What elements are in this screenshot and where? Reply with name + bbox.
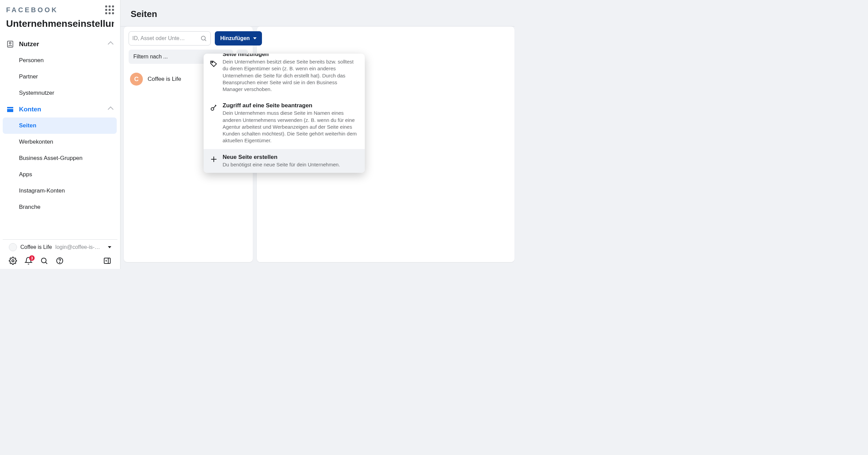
dropdown-option-add-page[interactable]: Seite hinzufügen Dein Unternehmen besitz… xyxy=(204,54,365,97)
help-icon[interactable] xyxy=(56,257,64,265)
settings-icon[interactable] xyxy=(9,257,17,265)
add-button[interactable]: Hinzufügen xyxy=(215,31,262,46)
chevron-down-icon xyxy=(108,246,111,248)
page-section-title: Unternehmenseinstellung xyxy=(6,18,114,29)
add-dropdown: Seite hinzufügen Dein Unternehmen besitz… xyxy=(204,54,365,173)
key-icon xyxy=(210,104,218,112)
asset-search[interactable] xyxy=(129,31,211,46)
notifications-icon[interactable]: 3 xyxy=(24,257,33,265)
sidebar: FACEBOOK Unternehmenseinstellung Nutzer … xyxy=(0,0,120,269)
asset-search-input[interactable] xyxy=(132,35,200,41)
nav-group-users[interactable]: Nutzer xyxy=(0,36,120,52)
facebook-brand: FACEBOOK xyxy=(6,6,58,14)
search-icon[interactable] xyxy=(40,257,48,265)
add-button-label: Hinzufügen xyxy=(220,35,250,41)
svg-point-5 xyxy=(41,258,46,263)
nav-item-personen[interactable]: Personen xyxy=(19,52,120,69)
plus-icon xyxy=(210,155,218,163)
users-icon xyxy=(6,40,14,48)
nav-item-branche[interactable]: Branche xyxy=(19,199,120,215)
dropdown-option-desc: Du benötigst eine neue Seite für dein Un… xyxy=(223,161,359,168)
nav-item-partner[interactable]: Partner xyxy=(19,69,120,85)
svg-rect-2 xyxy=(7,107,13,108)
dropdown-option-title: Neue Seite erstellen xyxy=(223,154,359,161)
business-avatar xyxy=(9,243,17,251)
collapse-sidebar-icon[interactable] xyxy=(103,257,111,265)
dropdown-option-title: Zugriff auf eine Seite beantragen xyxy=(223,102,359,109)
dropdown-option-desc: Dein Unternehmen besitzt diese Seite ber… xyxy=(223,58,359,93)
nav-item-apps[interactable]: Apps xyxy=(19,166,120,183)
search-icon xyxy=(200,35,207,42)
svg-point-4 xyxy=(12,260,14,262)
business-email: login@coffee-is-… xyxy=(55,244,100,250)
chevron-down-icon xyxy=(253,37,257,39)
dropdown-option-request-access[interactable]: Zugriff auf eine Seite beantragen Dein U… xyxy=(204,97,365,149)
accounts-icon xyxy=(6,105,14,113)
account-switcher[interactable]: Coffee is Life login@coffee-is-… xyxy=(9,243,111,251)
filter-label: Filtern nach ... xyxy=(133,54,168,60)
dropdown-option-desc: Dein Unternehmen muss diese Seite im Nam… xyxy=(223,110,359,144)
nav-group-accounts[interactable]: Konten xyxy=(0,101,120,117)
notification-badge: 3 xyxy=(29,255,35,261)
nav-item-seiten[interactable]: Seiten xyxy=(3,117,117,134)
asset-avatar: C xyxy=(130,73,143,86)
apps-menu-icon[interactable] xyxy=(105,5,114,14)
svg-rect-3 xyxy=(7,109,13,112)
sidebar-nav: Nutzer Personen Partner Systemnutzer Kon… xyxy=(0,32,120,239)
nav-item-instagram-konten[interactable]: Instagram-Konten xyxy=(19,183,120,199)
svg-rect-8 xyxy=(104,258,110,263)
nav-group-accounts-label: Konten xyxy=(19,106,41,113)
nav-item-werbekonten[interactable]: Werbekonten xyxy=(19,134,120,150)
asset-name: Coffee is Life xyxy=(148,76,181,83)
svg-point-7 xyxy=(59,262,60,263)
chevron-up-icon xyxy=(108,107,114,112)
sidebar-footer: Coffee is Life login@coffee-is-… 3 xyxy=(3,239,117,269)
nav-group-users-label: Nutzer xyxy=(19,40,39,48)
page-title: Seiten xyxy=(131,9,504,19)
nav-item-business-asset-gruppen[interactable]: Business Asset-Gruppen xyxy=(19,150,120,166)
svg-point-1 xyxy=(10,42,11,44)
svg-point-9 xyxy=(201,36,205,40)
chevron-up-icon xyxy=(108,41,114,47)
svg-point-11 xyxy=(211,108,214,110)
tag-icon xyxy=(210,60,218,68)
dropdown-option-title: Seite hinzufügen xyxy=(223,54,359,58)
dropdown-option-create-page[interactable]: Neue Seite erstellen Du benötigst eine n… xyxy=(204,149,365,173)
nav-item-systemnutzer[interactable]: Systemnutzer xyxy=(19,85,120,101)
business-name: Coffee is Life xyxy=(20,244,52,250)
svg-point-10 xyxy=(212,62,213,63)
